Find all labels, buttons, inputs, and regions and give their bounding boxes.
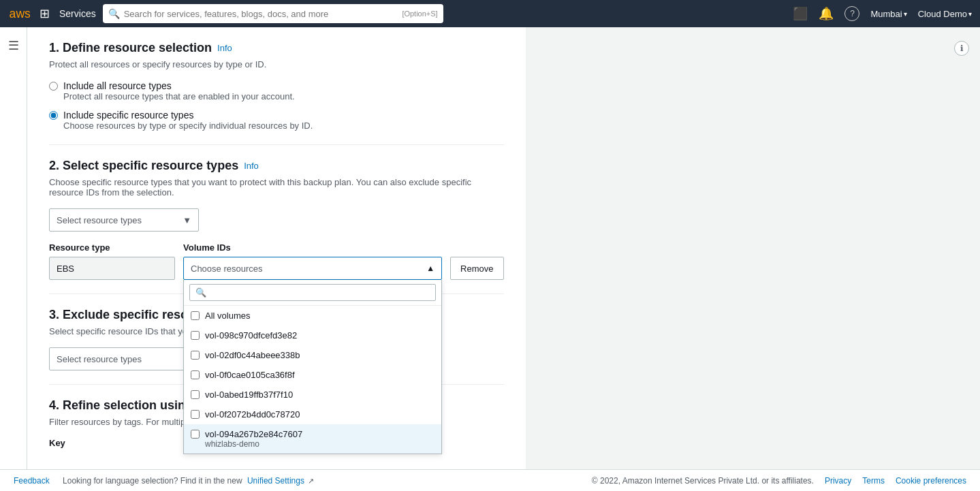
dropdown-item-checkbox[interactable] (191, 430, 200, 439)
choose-resources-dropdown[interactable]: Choose resources ▲ (183, 257, 442, 280)
page-layout: ☰ 1. Define resource selection Info Prot… (0, 27, 980, 491)
resource-row-ebs: EBS Choose resources ▲ 🔍 (49, 257, 504, 280)
dropdown-search-area: 🔍 (184, 280, 441, 306)
section-3-select-dropdown[interactable]: Select resource types ▼ (49, 347, 199, 370)
region-selector[interactable]: Mumbai (870, 9, 906, 19)
section-2-header: 2. Select specific resource types Info (49, 159, 504, 173)
choose-resources-label: Choose resources (191, 264, 263, 274)
dropdown-item[interactable]: vol-0abed19ffb37f7f10 (184, 385, 441, 405)
help-icon[interactable]: ? (844, 6, 859, 21)
sidebar-toggle[interactable]: ☰ (3, 33, 25, 59)
search-shortcut: [Option+S] (402, 10, 437, 18)
external-link-icon: ↗ (308, 477, 314, 485)
dropdown-item-label: All volumes (205, 311, 250, 321)
section-2-info-link[interactable]: Info (244, 161, 259, 171)
services-label[interactable]: Services (59, 8, 96, 19)
volumes-dropdown-menu: 🔍 All volumesvol-098c970dfcefd3e82vol-02… (183, 280, 442, 454)
terms-link[interactable]: Terms (862, 476, 885, 486)
section-2-desc: Choose specific resource types that you … (49, 177, 504, 197)
dropdown-item[interactable]: vol-02df0c44abeee338b (184, 345, 441, 365)
dropdown-item-label: vol-0f0cae0105ca36f8f (205, 370, 295, 380)
dropdown-item-checkbox[interactable] (191, 331, 200, 340)
dropdown-item-label: vol-02df0c44abeee338b (205, 350, 300, 360)
feedback-button[interactable]: Feedback (14, 476, 50, 486)
section-2-title: 2. Select specific resource types (49, 159, 238, 173)
radio-all-types-label[interactable]: Include all resource types (63, 80, 172, 91)
chevron-down-icon: ▼ (183, 215, 191, 225)
resource-table: Resource type Volume IDs EBS Choose reso… (49, 242, 504, 280)
dropdown-search-inner: 🔍 (189, 284, 436, 301)
radio-specific-resources: Include specific resource types Choose r… (49, 110, 504, 131)
search-icon: 🔍 (108, 8, 120, 19)
right-panel (526, 27, 981, 491)
choose-resources-container: Choose resources ▲ 🔍 (183, 257, 442, 280)
dropdown-search-input[interactable] (210, 287, 430, 298)
section-3-select-label: Select resource types (57, 354, 142, 364)
dropdown-item-label: vol-0abed19ffb37f7f10 (205, 390, 293, 400)
dropdown-item-label: vol-094a267b2e84c7607 (205, 429, 302, 439)
section-2-select-types: 2. Select specific resource types Info C… (49, 159, 504, 280)
cookie-preferences-link[interactable]: Cookie preferences (896, 476, 966, 486)
language-notice: Looking for language selection? Find it … (63, 476, 314, 486)
radio-specific-types-desc: Choose resources by type or specify indi… (63, 121, 313, 131)
dropdown-item-label: vol-098c970dfcefd3e82 (205, 330, 297, 340)
search-input[interactable] (124, 9, 398, 19)
dropdown-item-sublabel: whizlabs-demo (205, 439, 302, 449)
section-1-header: 1. Define resource selection Info (49, 41, 504, 55)
radio-all-resources: Include all resource types Protect all r… (49, 80, 504, 101)
radio-all-types-input[interactable] (49, 82, 58, 91)
col-volume-ids-header: Volume IDs (183, 242, 504, 253)
dropdown-item[interactable]: vol-098c970dfcefd3e82 (184, 326, 441, 345)
key-col-header: Key (49, 438, 175, 448)
radio-all-types-desc: Protect all resource types that are enab… (63, 91, 295, 101)
dropdown-item[interactable]: vol-0f2072b4dd0c78720 (184, 405, 441, 424)
bottom-bar-right: © 2022, Amazon Internet Services Private… (592, 476, 966, 486)
privacy-link[interactable]: Privacy (825, 476, 851, 486)
dropdown-item[interactable]: All volumes (184, 306, 441, 326)
dropdown-search-icon: 🔍 (195, 287, 206, 298)
grid-icon[interactable]: ⊞ (37, 3, 52, 24)
section-3-title-start: 3. Exclude specific resou (49, 308, 195, 322)
dropdown-item-label: vol-0f2072b4dd0c78720 (205, 409, 300, 419)
copyright-text: © 2022, Amazon Internet Services Private… (592, 476, 814, 486)
select-resource-types-label: Select resource types (57, 215, 142, 225)
section-1-title: 1. Define resource selection (49, 41, 212, 55)
unified-settings-link[interactable]: Unified Settings (247, 476, 304, 486)
dropdown-item-checkbox[interactable] (191, 410, 200, 419)
page-info-icon[interactable]: ℹ (954, 41, 969, 56)
bottom-bar: Feedback Looking for language selection?… (0, 469, 980, 491)
bottom-bar-left: Feedback Looking for language selection?… (14, 476, 581, 486)
dropdown-item-checkbox[interactable] (191, 390, 200, 399)
radio-specific-types-label[interactable]: Include specific resource types (63, 110, 193, 121)
radio-specific-types-input[interactable] (49, 111, 58, 120)
bell-icon[interactable]: 🔔 (819, 6, 834, 21)
search-bar: 🔍 [Option+S] (103, 4, 443, 23)
dropdown-item-checkbox[interactable] (191, 351, 200, 360)
dropdown-items-list: All volumesvol-098c970dfcefd3e82vol-02df… (184, 306, 441, 454)
resource-table-header: Resource type Volume IDs (49, 242, 504, 253)
dropdown-item-checkbox[interactable] (191, 370, 200, 379)
dropdown-item[interactable]: vol-094a267b2e84c7607whizlabs-demo (184, 424, 441, 454)
dropdown-item[interactable]: vol-0f0cae0105ca36f8f (184, 365, 441, 385)
section-4-title: 4. Refine selection using (49, 398, 193, 413)
section-1-info-link[interactable]: Info (217, 43, 232, 53)
top-navigation: aws ⊞ Services 🔍 [Option+S] ⬛ 🔔 ? Mumbai… (0, 0, 980, 27)
account-selector[interactable]: Cloud Demo (918, 9, 972, 19)
resource-type-ebs: EBS (49, 257, 175, 280)
main-content: 1. Define resource selection Info Protec… (27, 27, 526, 491)
section-1-define-resource: 1. Define resource selection Info Protec… (49, 41, 504, 131)
aws-logo[interactable]: aws (8, 3, 30, 25)
dropdown-item-checkbox[interactable] (191, 311, 200, 320)
select-resource-types-dropdown[interactable]: Select resource types ▼ (49, 208, 199, 232)
chevron-up-icon: ▲ (426, 264, 434, 273)
svg-text:aws: aws (10, 7, 30, 20)
terminal-icon[interactable]: ⬛ (793, 6, 808, 21)
sidebar: ☰ (0, 27, 27, 491)
remove-button[interactable]: Remove (450, 257, 503, 280)
nav-right-section: ⬛ 🔔 ? Mumbai Cloud Demo (793, 6, 972, 21)
col-resource-type-header: Resource type (49, 242, 175, 253)
section-1-desc: Protect all resources or specify resourc… (49, 59, 504, 69)
